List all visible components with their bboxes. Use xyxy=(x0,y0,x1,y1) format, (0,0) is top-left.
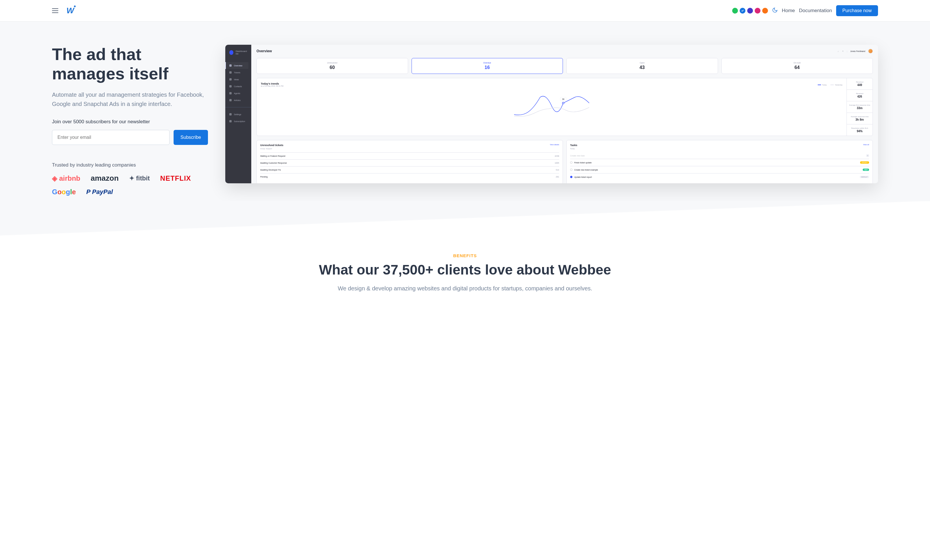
benefits-title: What our 37,500+ clients love about Webb… xyxy=(52,262,878,278)
tasks-panel: Tasks View all Today Create new task + F… xyxy=(567,140,873,183)
metric: Average response time3h 8m xyxy=(847,113,873,124)
stat-card[interactable]: Open43 xyxy=(567,58,718,74)
hero-image: Dashboard Kit Overview Tickets Ideas Con… xyxy=(225,45,878,201)
ticket-name: Pending xyxy=(260,176,268,178)
task-checkbox[interactable] xyxy=(570,161,573,164)
add-task-button[interactable]: + xyxy=(866,154,869,157)
ticket-name: Awaiting Developer Fix xyxy=(260,169,281,171)
metric-label: Resolution within SLA xyxy=(849,127,870,129)
menu-icon[interactable] xyxy=(52,8,59,13)
stat-label: Open xyxy=(569,62,715,64)
ticket-count: 1005 xyxy=(554,162,559,164)
color-swatch[interactable] xyxy=(732,8,738,14)
metric-value: 94% xyxy=(849,130,870,133)
bottom-panels: Unresolved tickets View details Group: S… xyxy=(257,140,873,183)
bell-icon[interactable]: ✦ xyxy=(842,50,844,52)
sidebar-item-overview[interactable]: Overview xyxy=(225,62,248,69)
agent-icon xyxy=(229,92,232,94)
unresolved-panel: Unresolved tickets View details Group: S… xyxy=(257,140,563,183)
ticket-count: 914 xyxy=(556,169,559,171)
stat-label: Overdue xyxy=(414,62,560,64)
sidebar-item-agents[interactable]: Agents xyxy=(228,90,248,97)
task-name: Update ticket report xyxy=(574,176,858,178)
task-checkbox[interactable] xyxy=(570,176,573,178)
task-name: Create new ticket example xyxy=(574,169,861,171)
color-swatch[interactable] xyxy=(762,8,768,14)
ticket-name: Waiting on Feature Request xyxy=(260,155,285,157)
dashboard-main: Overview ⌕ ✦ | Jones Ferdinand Unresolve… xyxy=(251,45,878,183)
logo[interactable]: W xyxy=(66,6,73,15)
pie-icon xyxy=(229,64,232,67)
hero-section: The ad that manages itself Automate all … xyxy=(0,21,930,218)
email-input[interactable] xyxy=(52,130,169,145)
stat-card[interactable]: Overdue16 xyxy=(411,58,563,74)
bulb-icon xyxy=(229,78,232,81)
subscribe-button[interactable]: Subscribe xyxy=(174,130,208,145)
brand-google: Google xyxy=(52,188,76,196)
site-header: W Home Documentation Purchase now xyxy=(0,0,930,21)
task-checkbox[interactable] xyxy=(570,169,573,171)
brand-netflix: NETFLIX xyxy=(160,174,191,183)
ticket-row[interactable]: Awaiting Developer Fix914 xyxy=(260,166,559,173)
newsletter-label: Join over 5000 subscribers for our newsl… xyxy=(52,119,208,125)
trends-panel: Today's trends as of 25 May 2019, 09:41 … xyxy=(257,78,873,136)
metric-value: 426 xyxy=(849,95,870,98)
metric: Average first response time33m xyxy=(847,101,873,113)
ticket-row[interactable]: Waiting on Feature Request4238 xyxy=(260,152,559,160)
sidebar-item-subscription[interactable]: Subscription xyxy=(228,118,248,125)
purchase-button[interactable]: Purchase now xyxy=(836,5,878,16)
stat-card[interactable]: Unresolved60 xyxy=(257,58,408,74)
metric-label: Resolved xyxy=(849,81,870,83)
sidebar-item-articles[interactable]: Articles xyxy=(228,97,248,104)
users-icon xyxy=(229,85,232,87)
dark-mode-icon[interactable] xyxy=(772,7,778,14)
brand-paypal: P PayPal xyxy=(86,188,113,196)
metric-label: Average response time xyxy=(849,116,870,118)
tasks-title: Tasks xyxy=(570,144,577,147)
stat-label: On hold xyxy=(724,62,870,64)
user-name: Jones Ferdinand xyxy=(850,50,865,52)
sidebar-item-ideas[interactable]: Ideas xyxy=(228,76,248,83)
stat-row: Unresolved60Overdue16Open43On hold64 xyxy=(257,58,873,74)
dashboard-user: ⌕ ✦ | Jones Ferdinand xyxy=(838,49,873,54)
stat-card[interactable]: On hold64 xyxy=(722,58,873,74)
task-row[interactable]: Finish ticket updateURGENT xyxy=(570,159,869,166)
stat-label: Unresolved xyxy=(259,62,405,64)
sidebar-item-tickets[interactable]: Tickets xyxy=(228,69,248,76)
view-all-link[interactable]: View all xyxy=(863,144,869,146)
metric-value: 449 xyxy=(849,83,870,87)
color-swatch[interactable] xyxy=(755,8,761,14)
benefits-label: BENEFITS xyxy=(52,253,878,258)
stat-value: 64 xyxy=(724,65,870,70)
sidebar-item-settings[interactable]: Settings xyxy=(228,111,248,118)
ticket-row[interactable]: Pending281 xyxy=(260,173,559,180)
search-icon[interactable]: ⌕ xyxy=(838,50,839,52)
task-row[interactable]: Create new ticket exampleNEW xyxy=(570,166,869,173)
logo-mark: W xyxy=(66,6,73,15)
task-row[interactable]: Update ticket reportDEFAULT xyxy=(570,173,869,180)
create-task-row: Create new task + xyxy=(570,152,869,159)
sidebar-header: Dashboard Kit xyxy=(228,50,248,55)
nav-docs[interactable]: Documentation xyxy=(799,8,832,14)
task-badge: URGENT xyxy=(860,161,869,164)
ticket-row[interactable]: Awaiting Customer Response1005 xyxy=(260,160,559,166)
hero-title: The ad that manages itself xyxy=(52,45,208,83)
view-details-link[interactable]: View details xyxy=(550,144,559,146)
stat-value: 16 xyxy=(414,65,560,70)
color-swatch[interactable] xyxy=(747,8,753,14)
metric-value: 3h 8m xyxy=(849,118,870,121)
trusted-label: Trusted by industry leading companies xyxy=(52,162,208,168)
task-badge: DEFAULT xyxy=(860,176,869,178)
sidebar-item-contacts[interactable]: Contacts xyxy=(228,83,248,90)
unresolved-group: Group: Support xyxy=(260,148,559,150)
avatar[interactable] xyxy=(868,49,873,54)
svg-point-0 xyxy=(562,102,564,104)
color-swatch[interactable] xyxy=(740,8,745,14)
nav-home[interactable]: Home xyxy=(782,8,795,14)
color-swatches xyxy=(732,8,768,14)
sidebar-title: Dashboard Kit xyxy=(236,50,248,55)
legend-today: Today xyxy=(818,84,827,86)
dashboard-preview: Dashboard Kit Overview Tickets Ideas Con… xyxy=(225,45,878,183)
ticket-count: 281 xyxy=(556,176,559,178)
stat-value: 60 xyxy=(259,65,405,70)
